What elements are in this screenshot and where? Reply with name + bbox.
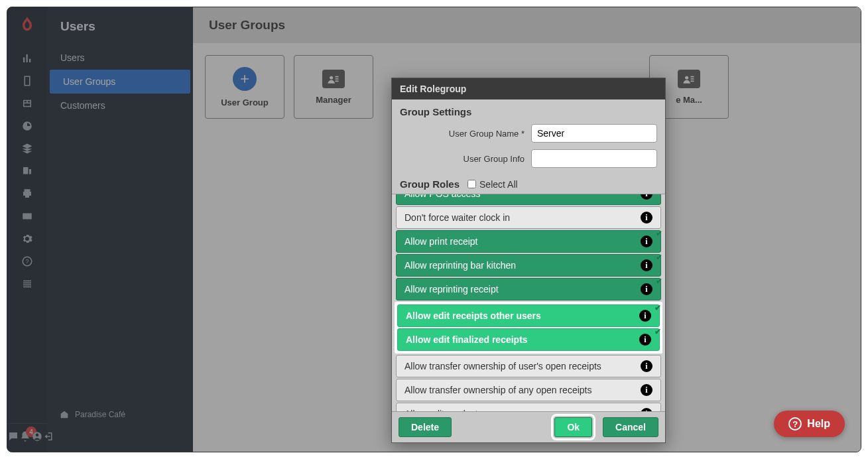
role-row[interactable]: Allow transfer ownership of any open rec… (396, 379, 661, 401)
group-name-input[interactable] (531, 124, 657, 143)
group-info-input[interactable] (531, 149, 657, 168)
check-icon: ✔ (656, 253, 662, 262)
help-icon: ? (788, 417, 802, 430)
info-icon[interactable]: i (639, 310, 651, 322)
cancel-button[interactable]: Cancel (603, 417, 658, 437)
check-icon: ✔ (654, 327, 661, 336)
info-icon[interactable]: i (641, 212, 652, 224)
info-icon[interactable]: i (641, 259, 652, 271)
info-icon[interactable]: i (641, 408, 652, 411)
role-row[interactable]: Allow reprinting bar kitcheni✔ (396, 254, 661, 277)
group-roles-label: Group Roles (400, 178, 460, 190)
info-icon[interactable]: i (641, 283, 652, 295)
highlighted-roles: Allow edit receipts other usersi✔ Allow … (395, 302, 662, 354)
ok-button[interactable]: Ok (554, 417, 592, 437)
select-all-checkbox[interactable]: Select All (467, 179, 518, 190)
edit-rolegroup-modal: Edit Rolegroup Group Settings User Group… (391, 78, 666, 443)
help-button[interactable]: ? Help (774, 411, 845, 437)
modal-title: Edit Rolegroup (392, 78, 665, 99)
check-icon: ✔ (656, 229, 662, 238)
role-row[interactable]: Allow edit finalized receiptsi✔ (397, 328, 660, 351)
delete-button[interactable]: Delete (399, 417, 452, 437)
role-row[interactable]: Allow edit receipts other usersi✔ (397, 304, 660, 327)
roles-list[interactable]: Allow POS accessi Don't force waiter clo… (392, 194, 665, 411)
role-row[interactable]: Allow edit producti (396, 403, 661, 411)
role-row[interactable]: Allow print receipti✔ (396, 230, 661, 253)
group-info-label: User Group Info (464, 154, 525, 164)
info-icon[interactable]: i (641, 235, 652, 247)
role-row[interactable]: Don't force waiter clock ini (396, 206, 661, 229)
group-settings-label: Group Settings (400, 106, 657, 117)
check-icon: ✔ (654, 303, 661, 312)
info-icon[interactable]: i (641, 194, 652, 200)
role-row[interactable]: Allow POS accessi (396, 194, 661, 205)
role-row[interactable]: Allow transfer ownership of user's open … (396, 355, 661, 377)
info-icon[interactable]: i (641, 360, 652, 372)
check-icon: ✔ (656, 277, 662, 286)
group-name-label: User Group Name * (449, 129, 525, 139)
info-icon[interactable]: i (639, 334, 651, 346)
role-row[interactable]: Allow reprinting receipti✔ (396, 278, 661, 300)
info-icon[interactable]: i (641, 384, 652, 396)
